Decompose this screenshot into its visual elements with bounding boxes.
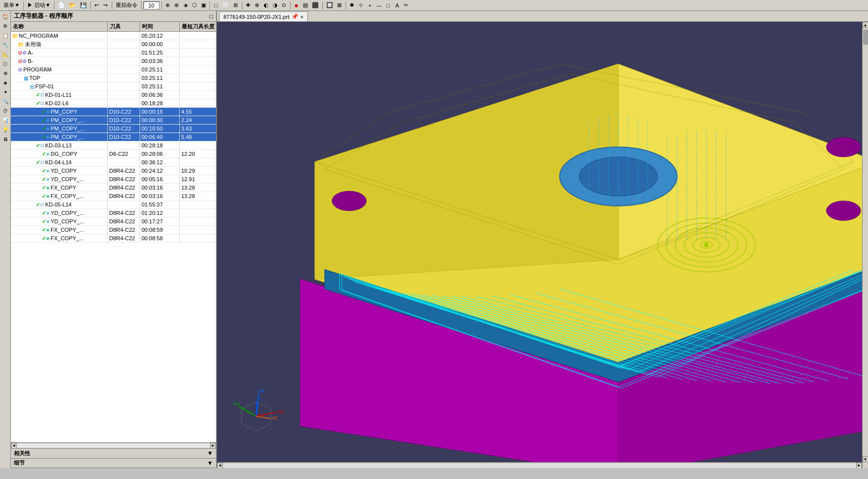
value-input[interactable] — [144, 1, 159, 9]
sidebar-icon-3[interactable]: 📋 — [1, 31, 10, 40]
tree-row[interactable]: ✓ ◈ PM_COPY_...D10-C2200:06:405.48 — [11, 133, 216, 141]
tb-btn-16[interactable]: ⬛ — [310, 1, 320, 10]
tree-row[interactable]: ✓ ⊡ KD-02-L600:18:28 — [11, 99, 216, 108]
nav-hscroll[interactable]: ◄ ► — [11, 442, 216, 448]
tree-row[interactable]: ✓ ⊡ KD-04-L1400:36:12 — [11, 158, 216, 167]
vertical-scrollbar[interactable]: ▲ ▼ — [862, 22, 868, 468]
menu-button[interactable]: 菜单▼ — [2, 1, 21, 10]
tb-btn-22[interactable]: — — [375, 1, 383, 10]
sidebar-icon-7[interactable]: ⊕ — [1, 68, 10, 77]
sidebar-icon-1[interactable]: 🏠 — [1, 12, 10, 21]
related-expand-icon: ▼ — [207, 450, 213, 457]
tree-row[interactable]: ✓ ◈ PM_COPY_...D10-C2200:00:302.24 — [11, 116, 216, 125]
tree-row[interactable]: ⊘ ⚙ B-00:03:36 — [11, 57, 216, 66]
menu-toolbar[interactable]: 菜单▼ ▶ 启动▼ 📄 📂 💾 ↩ ↪ 重拟命令 ⊕ ⊗ ◈ ⬡ ▣ □ ⬜ ⊞… — [0, 0, 868, 11]
tb-btn-17[interactable]: 🔲 — [325, 1, 335, 10]
sidebar-icon-9[interactable]: ✦ — [1, 87, 10, 96]
tb-btn-24[interactable]: A — [393, 1, 401, 10]
sidebar-icon-2[interactable]: ⚙ — [1, 21, 10, 30]
vscroll-up[interactable]: ▲ — [863, 22, 868, 28]
hscroll-track[interactable] — [223, 464, 856, 468]
tb-btn-25[interactable]: ✂ — [402, 1, 410, 10]
open-button[interactable]: 📂 — [68, 1, 77, 10]
tb-btn-14[interactable]: ■ — [292, 1, 300, 10]
tb-btn-21[interactable]: + — [366, 1, 374, 10]
tb-btn-8[interactable]: ⊞ — [232, 1, 240, 10]
hscroll-right[interactable]: ► — [856, 463, 862, 469]
main-area: 🏠 ⚙ 📋 🔧 📐 ⬡ ⊕ ◈ ✦ 🔍 ⏱ 📊 💡 🖥 工序导航器 - 程序顺序… — [0, 11, 868, 468]
tb-btn-3[interactable]: ◈ — [182, 1, 190, 10]
tree-row[interactable]: ✓ ⊡ KD-03-L1300:28:18 — [11, 141, 216, 150]
start-button[interactable]: ▶ 启动▼ — [26, 1, 52, 10]
tb-btn-5[interactable]: ▣ — [200, 1, 208, 10]
hscroll-right[interactable]: ► — [210, 443, 216, 449]
canvas-area[interactable]: ZM YM XM XC YC ZC — [217, 22, 868, 468]
hscroll-track[interactable] — [17, 444, 210, 448]
related-section[interactable]: 相关性 ▼ — [11, 449, 216, 459]
horizontal-scrollbar[interactable]: ◄ ► — [217, 462, 862, 468]
tree-row[interactable]: ✓ ◈ PM_COPYD10-C2200:00:164.55 — [11, 108, 216, 116]
col-header-name[interactable]: 名称 — [11, 22, 108, 31]
col-header-length[interactable]: 最短刀具长度 — [180, 22, 217, 31]
tree-row[interactable]: ▤ FSP-0103:25:11 — [11, 82, 216, 91]
tb-btn-15[interactable]: ▤ — [301, 1, 309, 10]
tree-row[interactable]: ✓ ◆ FX_COPY_...D8R4-C2200:08:59 — [11, 226, 216, 234]
tb-btn-20[interactable]: ⊹ — [357, 1, 365, 10]
tree-area[interactable]: 📁 NC_PROGRAM05:20:12 📁 未用项00:00:00⊘ ⚙ A-… — [11, 32, 216, 442]
viewport[interactable]: 8776149-150-0P20-JX1.prt 📌 × — [217, 11, 868, 468]
tree-row[interactable]: ✓ ◈ YD_COPYD8R4-C2200:24:1210.29 — [11, 167, 216, 175]
tree-row[interactable]: ✓ ◈ YD_COPY_...D8R4-C2200:05:1612.91 — [11, 175, 216, 184]
tree-row[interactable]: ✓ ◆ FX_COPY_...D8R4-C2200:03:1613.28 — [11, 192, 216, 201]
tree-row[interactable]: 📁 未用项00:00:00 — [11, 40, 216, 49]
tb-btn-2[interactable]: ⊗ — [173, 1, 181, 10]
viewport-tab[interactable]: 8776149-150-0P20-JX1.prt 📌 × — [219, 11, 308, 21]
tb-btn-7[interactable]: ⬜ — [221, 1, 231, 10]
vscroll-down[interactable]: ▼ — [863, 456, 868, 462]
col-header-tool[interactable]: 刀具 — [108, 22, 140, 31]
sidebar-icon-13[interactable]: 💡 — [1, 125, 10, 134]
redo-button[interactable]: ↪ — [102, 1, 110, 10]
tree-row[interactable]: 📁 NC_PROGRAM05:20:12 — [11, 32, 216, 40]
tb-btn-9[interactable]: ✚ — [244, 1, 252, 10]
tree-row[interactable]: ✓ ◈ YD_COPY_...D8R4-C2200:17:27 — [11, 217, 216, 226]
sidebar-icon-14[interactable]: 🖥 — [1, 135, 10, 143]
tb-btn-6[interactable]: □ — [212, 1, 220, 10]
tb-btn-1[interactable]: ⊕ — [164, 1, 172, 10]
tb-btn-18[interactable]: ⊠ — [336, 1, 344, 10]
new-button[interactable]: 📄 — [57, 1, 67, 10]
tree-row[interactable]: ✓ ◈ YD_COPY_...D8R4-C2201:20:12 — [11, 209, 216, 217]
hscroll-left[interactable]: ◄ — [217, 463, 223, 469]
tree-row[interactable]: ✓ ⊡ KD-01-L1100:06:36 — [11, 91, 216, 99]
tree-row[interactable]: ✓ ◈ DG_COPYD6-C2200:28:0612.20 — [11, 150, 216, 158]
tb-btn-4[interactable]: ⬡ — [191, 1, 199, 10]
tab-close-icon[interactable]: × — [300, 14, 303, 20]
tree-row[interactable]: ⚙ PROGRAM03:25:11 — [11, 66, 216, 74]
tree-row[interactable]: ✓ ◆ FX_COPY_...D8R4-C2200:08:58 — [11, 234, 216, 243]
hscroll-left[interactable]: ◄ — [11, 443, 17, 449]
save-button[interactable]: 💾 — [78, 1, 88, 10]
tb-btn-10[interactable]: ⊕ — [253, 1, 261, 10]
tb-btn-19[interactable]: ✱ — [348, 1, 356, 10]
tree-row[interactable]: ✓ ⊡ KD-05-L1401:55:37 — [11, 201, 216, 209]
sidebar-icon-12[interactable]: 📊 — [1, 116, 10, 125]
nav-close-button[interactable]: □ — [210, 13, 213, 20]
tree-row[interactable]: ⊘ ⚙ A-01:51:25 — [11, 49, 216, 57]
tb-btn-11[interactable]: ◐ — [262, 1, 270, 10]
undo-button[interactable]: ↩ — [93, 1, 101, 10]
tree-row[interactable]: ▦ TOP03:25:11 — [11, 74, 216, 82]
vscroll-thumb[interactable] — [863, 30, 868, 45]
sidebar-icon-11[interactable]: ⏱ — [1, 106, 10, 115]
sidebar-icon-10[interactable]: 🔍 — [1, 97, 10, 106]
tb-btn-23[interactable]: □ — [384, 1, 392, 10]
sidebar-icon-4[interactable]: 🔧 — [1, 40, 10, 49]
tb-btn-13[interactable]: ⊙ — [280, 1, 288, 10]
sidebar-icon-5[interactable]: 📐 — [1, 50, 10, 59]
tree-row[interactable]: ✓ ◆ FX_COPYD8R4-C2200:03:1613.28 — [11, 184, 216, 192]
col-header-time[interactable]: 时间 — [140, 22, 180, 31]
tb-btn-12[interactable]: ◑ — [271, 1, 279, 10]
sidebar-icon-6[interactable]: ⬡ — [1, 59, 10, 68]
redraw-button[interactable]: 重拟命令 — [114, 1, 139, 10]
tree-row[interactable]: ✓ ◈ PM_COPY_...D10-C2200:10:503.63 — [11, 125, 216, 133]
sidebar-icon-8[interactable]: ◈ — [1, 78, 10, 87]
detail-section[interactable]: 细节 ▼ — [11, 459, 216, 469]
